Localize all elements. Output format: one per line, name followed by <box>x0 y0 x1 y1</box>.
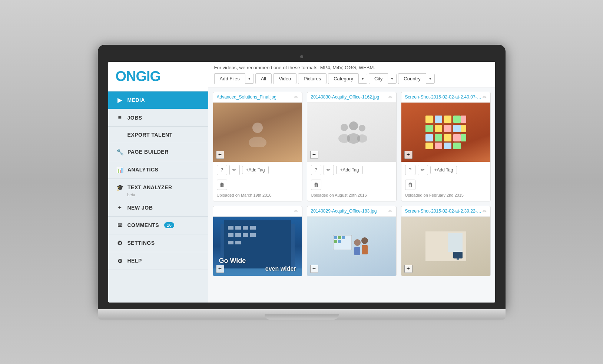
svg-rect-52 <box>448 233 463 252</box>
pencil-icon[interactable]: ✏ <box>388 208 392 214</box>
media-grid: Advanced_Solutions_Final.jpg ✏ <box>208 87 495 303</box>
sidebar-item-analytics[interactable]: 📊 ANALYTICS <box>108 161 208 179</box>
svg-rect-34 <box>235 233 241 237</box>
edit-button[interactable]: ✏ <box>229 165 240 175</box>
sidebar-item-comments[interactable]: ✉ COMMENTS 16 <box>108 217 208 234</box>
camera <box>300 55 303 58</box>
pencil-icon[interactable]: ✏ <box>483 94 487 100</box>
city-button[interactable]: City <box>369 73 388 84</box>
media-actions: ? ✏ +Add Tag <box>401 162 490 178</box>
edit-button[interactable]: ✏ <box>418 165 428 175</box>
info-button[interactable]: ? <box>311 165 321 175</box>
country-button[interactable]: Country <box>398 73 426 84</box>
svg-rect-15 <box>444 125 451 132</box>
svg-rect-54 <box>457 258 459 260</box>
media-card-header: Advanced_Solutions_Final.jpg ✏ <box>213 92 302 103</box>
pencil-icon[interactable]: ✏ <box>294 94 298 100</box>
add-to-card-button[interactable]: + <box>404 265 413 273</box>
media-filename[interactable]: Advanced_Solutions_Final.jpg <box>217 94 276 100</box>
even-wider-label: even wider <box>265 266 296 272</box>
svg-rect-53 <box>453 252 463 258</box>
delete-button[interactable]: 🗑 <box>311 180 321 190</box>
sidebar-item-media[interactable]: ▶ MEDIA <box>108 91 208 109</box>
svg-rect-10 <box>444 116 451 123</box>
svg-rect-41 <box>334 236 337 239</box>
screen: ONGIG ▶ MEDIA ≡ JOBS EXPO <box>108 62 495 303</box>
media-filename[interactable]: Screen-Shot-2015-02-02-at-2.40.07-PM.png <box>405 94 483 100</box>
video-button[interactable]: Video <box>273 73 296 84</box>
add-to-card-button[interactable]: + <box>216 151 224 159</box>
sidebar-label-analytics: ANALYTICS <box>127 167 158 173</box>
info-button[interactable]: ? <box>217 165 227 175</box>
svg-rect-12 <box>461 116 466 123</box>
add-files-button[interactable]: Add Files <box>214 73 245 84</box>
media-filename[interactable]: 20140829-Acquity_Office-183.jpg <box>311 208 377 214</box>
all-button[interactable]: All <box>255 73 272 84</box>
sidebar-item-export-talent[interactable]: EXPORT TALENT <box>108 127 208 143</box>
media-card: Screen-Shot-2015-02-02-at-2.39.22-PM.png… <box>401 206 491 276</box>
thumbnail <box>307 217 396 276</box>
svg-rect-49 <box>362 245 368 254</box>
sidebar-item-settings[interactable]: ⚙ SETTINGS <box>108 234 208 252</box>
sidebar-label-text-analyzer: TEXT ANALYZER <box>127 184 172 190</box>
svg-rect-31 <box>243 226 248 230</box>
top-bar: For videos, we recommend one of these fo… <box>208 62 495 87</box>
category-button[interactable]: Category <box>328 73 358 84</box>
group-silhouette <box>333 119 370 145</box>
comments-badge: 16 <box>164 222 174 228</box>
sidebar-item-new-job[interactable]: + NEW JOB <box>108 199 208 217</box>
sidebar-item-jobs[interactable]: ≡ JOBS <box>108 109 208 127</box>
svg-rect-43 <box>342 236 345 239</box>
city-dropdown: City ▾ <box>369 73 397 84</box>
media-delete-area: 🗑 <box>213 178 302 191</box>
add-tag-button[interactable]: +Add Tag <box>242 166 269 174</box>
svg-rect-42 <box>338 236 341 239</box>
delete-button[interactable]: 🗑 <box>405 180 415 190</box>
add-to-card-button[interactable]: + <box>310 151 318 159</box>
svg-rect-11 <box>453 116 461 123</box>
media-filename[interactable]: 20140830-Acquity_Office-1162.jpg <box>311 94 380 100</box>
svg-point-48 <box>361 237 368 244</box>
sidebar-item-help[interactable]: ⊕ HELP <box>108 252 208 270</box>
media-icon: ▶ <box>116 97 124 104</box>
country-caret[interactable]: ▾ <box>426 74 435 84</box>
pencil-icon[interactable]: ✏ <box>294 208 298 214</box>
delete-button[interactable]: 🗑 <box>217 180 227 190</box>
sidebar-label-media: MEDIA <box>127 97 145 103</box>
laptop-base <box>98 309 506 320</box>
svg-point-46 <box>354 239 361 246</box>
pencil-icon[interactable]: ✏ <box>388 94 392 100</box>
city-caret[interactable]: ▾ <box>388 74 397 84</box>
add-to-card-button[interactable]: + <box>404 151 413 159</box>
main-content: For videos, we recommend one of these fo… <box>208 62 495 303</box>
sidebar-label-export-talent: EXPORT TALENT <box>127 132 173 138</box>
add-files-caret[interactable]: ▾ <box>245 74 254 84</box>
svg-rect-14 <box>435 125 442 132</box>
format-hint: For videos, we recommend one of these fo… <box>214 65 489 70</box>
media-actions: ? ✏ +Add Tag <box>213 162 302 178</box>
thumb-container: + <box>401 103 490 162</box>
add-to-card-button[interactable]: + <box>310 265 318 273</box>
add-to-card-button[interactable]: + <box>216 265 224 273</box>
add-tag-button[interactable]: +Add Tag <box>430 166 457 174</box>
svg-rect-29 <box>228 226 233 230</box>
text-analyzer-group: 🎓 TEXT ANALYZER beta <box>108 179 208 199</box>
edit-button[interactable]: ✏ <box>324 165 334 175</box>
svg-rect-47 <box>354 247 360 255</box>
category-caret[interactable]: ▾ <box>358 74 367 84</box>
sidebar-label-comments: COMMENTS <box>127 222 159 228</box>
svg-rect-44 <box>334 240 337 243</box>
thumbnail: Go Wide even wider <box>213 217 302 276</box>
info-button[interactable]: ? <box>405 165 415 175</box>
sidebar-item-page-builder[interactable]: 🔧 PAGE BUILDER <box>108 143 208 161</box>
svg-rect-23 <box>425 143 433 149</box>
media-card-header: Screen-Shot-2015-02-02-at-2.39.22-PM.png… <box>401 206 490 217</box>
add-tag-button[interactable]: +Add Tag <box>336 166 363 174</box>
pencil-icon[interactable]: ✏ <box>483 208 487 214</box>
media-meta: Uploaded on February 2nd 2015 <box>401 191 490 201</box>
media-filename[interactable]: Screen-Shot-2015-02-02-at-2.39.22-PM.png <box>405 208 483 214</box>
pictures-button[interactable]: Pictures <box>298 73 327 84</box>
svg-rect-38 <box>235 241 241 244</box>
thumb-container: + <box>213 103 302 162</box>
toolbar: Add Files ▾ All Video Pictures Category … <box>214 73 489 84</box>
